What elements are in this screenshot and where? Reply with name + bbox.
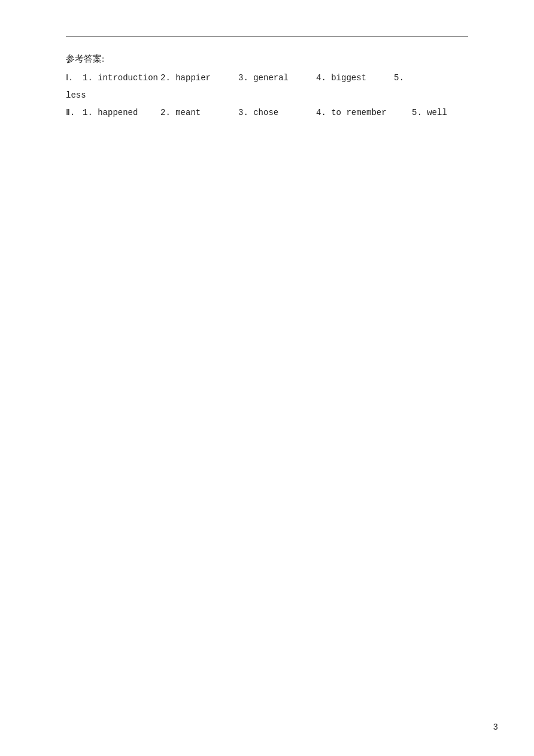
answer-2-1: 1. happened (83, 105, 160, 120)
answer-1-3: 3. general (238, 71, 316, 86)
answer-2-4: 4. to remember (316, 105, 412, 120)
top-divider (66, 36, 468, 37)
roman-numeral-2: Ⅱ. (66, 105, 83, 120)
page: 参考答案: Ⅰ. 1. introduction 2. happier 3. g… (0, 0, 534, 756)
answer-row-2: Ⅱ. 1. happened 2. meant 3. chose 4. to r… (66, 105, 468, 120)
answer-row-1: Ⅰ. 1. introduction 2. happier 3. general… (66, 71, 468, 86)
answer-1-5-value: less (66, 88, 86, 103)
answer-1-5-label: 5. (394, 71, 442, 86)
answer-1-1: 1. introduction (83, 71, 160, 86)
answer-2-5: 5. well (412, 105, 460, 120)
answer-row-1-overflow: less (66, 88, 468, 103)
page-number: 3 (493, 722, 498, 732)
answer-1-4: 4. biggest (316, 71, 394, 86)
answer-2-2: 2. meant (160, 105, 238, 120)
answer-2-3: 3. chose (238, 105, 316, 120)
roman-numeral-1: Ⅰ. (66, 71, 83, 86)
section-title: 参考答案: (66, 53, 468, 65)
answer-1-2: 2. happier (160, 71, 238, 86)
